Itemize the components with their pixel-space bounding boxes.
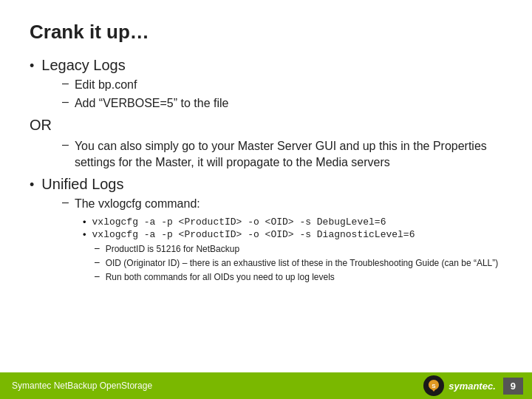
or-subitems: – You can also simply go to your Master … bbox=[62, 138, 502, 171]
footer-right: S symantec. 9 bbox=[423, 375, 523, 396]
dash-1: – bbox=[62, 77, 69, 90]
notes-list: – ProductID is 51216 for NetBackup – OID… bbox=[95, 243, 502, 283]
sd-dash-3: – bbox=[95, 271, 100, 282]
command-1-item: • vxlogcfg -a -p <ProductID> -o <OID> -s… bbox=[83, 216, 502, 228]
note-3: – Run both commands for all OIDs you nee… bbox=[95, 271, 502, 284]
note-1: – ProductID is 51216 for NetBackup bbox=[95, 243, 502, 256]
dash-2: – bbox=[62, 95, 69, 109]
symantec-icon: S bbox=[423, 375, 444, 396]
footer: Symantec NetBackup OpenStorage S symante… bbox=[0, 372, 532, 399]
dash-item-or: – You can also simply go to your Master … bbox=[62, 138, 502, 171]
sub-dot-1: • bbox=[83, 216, 86, 228]
footer-label: Symantec NetBackup OpenStorage bbox=[12, 381, 152, 391]
slide-content: Crank it up… • Legacy Logs – Edit bp.con… bbox=[0, 0, 532, 283]
slide-number: 9 bbox=[503, 378, 523, 395]
edit-bp-text: Edit bp.conf bbox=[75, 77, 137, 93]
note-1-text: ProductID is 51216 for NetBackup bbox=[106, 243, 239, 256]
or-subitem-text: You can also simply go to your Master Se… bbox=[75, 138, 502, 171]
command-intro-text: The vxlogcfg command: bbox=[75, 196, 200, 212]
bullet-dot-2: • bbox=[30, 177, 34, 193]
command-bullets: • vxlogcfg -a -p <ProductID> -o <OID> -s… bbox=[83, 216, 502, 240]
note-2-text: OID (Originator ID) – there is an exhaus… bbox=[106, 257, 499, 270]
verbose-text: Add “VERBOSE=5” to the file bbox=[75, 95, 229, 112]
legacy-logs-subitems: – Edit bp.conf – Add “VERBOSE=5” to the … bbox=[62, 77, 502, 112]
dash-item-edit-bp: – Edit bp.conf bbox=[62, 77, 502, 93]
svg-text:S: S bbox=[432, 383, 437, 389]
unified-logs-label: Unified Logs bbox=[41, 176, 123, 193]
command-2-item: • vxlogcfg -a -p <ProductID> -o <OID> -s… bbox=[83, 229, 502, 240]
unified-logs-subitems: – The vxlogcfg command: bbox=[62, 196, 502, 212]
or-text: OR bbox=[30, 117, 502, 134]
unified-logs-section: • Unified Logs – The vxlogcfg command: •… bbox=[30, 176, 502, 284]
legacy-logs-label: Legacy Logs bbox=[41, 57, 125, 74]
symantec-svg: S bbox=[426, 378, 442, 394]
sd-dash-1: – bbox=[95, 243, 100, 253]
slide-title: Crank it up… bbox=[30, 21, 502, 44]
sd-dash-2: – bbox=[95, 257, 100, 267]
command-2-text: vxlogcfg -a -p <ProductID> -o <OID> -s D… bbox=[92, 229, 415, 240]
note-2: – OID (Originator ID) – there is an exha… bbox=[95, 257, 502, 270]
dash-item-verbose: – Add “VERBOSE=5” to the file bbox=[62, 95, 502, 112]
bullet-legacy-logs: • Legacy Logs bbox=[30, 57, 502, 74]
bullet-unified-logs: • Unified Logs bbox=[30, 176, 502, 193]
command-1-text: vxlogcfg -a -p <ProductID> -o <OID> -s D… bbox=[92, 216, 386, 228]
bullet-dot-1: • bbox=[30, 58, 34, 74]
dash-item-command-intro: – The vxlogcfg command: bbox=[62, 196, 502, 212]
dash-or: – bbox=[62, 138, 69, 151]
note-3-text: Run both commands for all OIDs you need … bbox=[106, 271, 335, 284]
dash-cmd-intro: – bbox=[62, 196, 69, 209]
sub-dot-2: • bbox=[83, 229, 86, 240]
symantec-brand-text: symantec. bbox=[449, 381, 496, 392]
symantec-logo: S symantec. bbox=[423, 375, 496, 396]
